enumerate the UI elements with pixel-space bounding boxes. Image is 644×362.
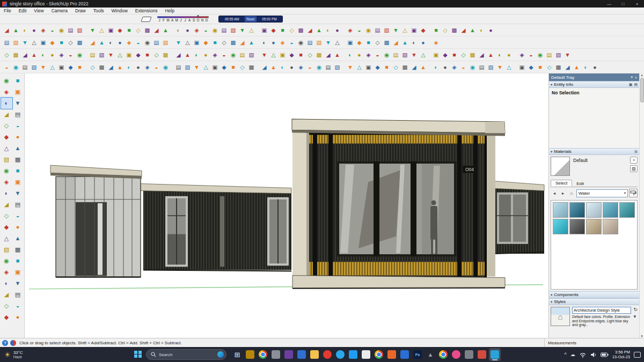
water-sparkle-swatch[interactable]	[586, 202, 602, 218]
tool-icon[interactable]: ◐	[174, 26, 183, 35]
tool-icon[interactable]: ◇	[305, 50, 314, 60]
tool-icon[interactable]: ◇	[1, 210, 12, 221]
tool-icon[interactable]: ▤	[174, 63, 183, 72]
tool-icon[interactable]: ▤	[238, 50, 247, 60]
tool-icon[interactable]: ▧	[183, 63, 192, 72]
sample-paint-button[interactable]: ▨	[630, 165, 638, 172]
tool-icon[interactable]: ◇	[219, 38, 229, 47]
tool-icon[interactable]: ◈	[431, 38, 441, 47]
tool-icon[interactable]: ▤	[391, 50, 400, 60]
tool-icon[interactable]: ◒	[287, 38, 296, 47]
building-main-block[interactable]: O04	[292, 119, 505, 289]
tool-icon[interactable]: ◢	[324, 50, 333, 60]
tool-icon[interactable]: ◆	[115, 26, 125, 35]
tool-icon[interactable]: ◒	[12, 210, 24, 221]
tool-icon[interactable]: ▩	[468, 50, 477, 60]
travertine-beige-swatch[interactable]	[603, 219, 618, 234]
chrome-taskbar-icon[interactable]	[373, 348, 385, 361]
water-deep-teal-swatch[interactable]	[569, 202, 585, 218]
tool-icon[interactable]: ▼	[12, 278, 24, 289]
entity-options-icon[interactable]: ▤	[634, 83, 638, 87]
tool-icon[interactable]: ▲	[314, 26, 324, 35]
chrome-taskbar-icon[interactable]	[257, 348, 269, 361]
tool-icon[interactable]: ◒	[305, 63, 314, 72]
tool-icon[interactable]: ◒	[459, 63, 468, 72]
styles-header[interactable]: ▾ Styles	[549, 298, 639, 305]
tool-icon[interactable]: ◇	[459, 50, 468, 60]
tool-icon[interactable]: ◐	[477, 26, 486, 35]
tool-icon[interactable]: ▤	[12, 289, 24, 300]
tool-icon[interactable]: ▲	[115, 63, 125, 72]
tool-icon[interactable]: ◒	[355, 26, 364, 35]
photoshop-taskbar-icon[interactable]: Ps	[412, 348, 423, 361]
menu-extensions[interactable]: Extensions	[131, 8, 162, 13]
tool-icon[interactable]: ■	[143, 50, 152, 60]
app-white-taskbar-icon[interactable]	[360, 348, 372, 361]
tool-icon[interactable]: ◢	[238, 38, 247, 47]
tool-icon[interactable]: ◆	[48, 38, 57, 47]
taskbar-clock[interactable]: 3:56 PM 13-Oct-23	[612, 350, 630, 359]
tool-icon[interactable]: ▼	[409, 50, 419, 60]
tool-icon[interactable]: ◈	[39, 26, 48, 35]
tool-icon[interactable]: ◒	[12, 300, 24, 312]
tool-icon[interactable]: ◢	[88, 38, 97, 47]
measurements-value[interactable]	[579, 339, 642, 346]
tool-icon[interactable]: ◈	[1, 267, 12, 278]
model-canvas-svg[interactable]: O04	[25, 73, 548, 338]
tool-icon[interactable]: ◢	[477, 50, 486, 60]
tool-icon[interactable]: ◉	[161, 63, 170, 72]
tool-icon[interactable]: ▣	[39, 38, 48, 47]
tool-icon[interactable]: ●	[486, 26, 495, 35]
tool-icon[interactable]: ▩	[400, 63, 409, 72]
minimize-button[interactable]: —	[602, 0, 616, 8]
tool-icon[interactable]: ▧	[247, 50, 256, 60]
tool-icon[interactable]: ◈	[364, 50, 373, 60]
tool-icon[interactable]: ▣	[210, 63, 219, 72]
tool-icon[interactable]: ▤	[12, 109, 24, 120]
tool-icon[interactable]: ▼	[260, 50, 269, 60]
tool-icon[interactable]: ▣	[125, 50, 134, 60]
water-light-ripple-swatch[interactable]	[553, 202, 568, 218]
tool-icon[interactable]: ◒	[526, 50, 536, 60]
tool-icon[interactable]: ◢	[20, 50, 30, 60]
tool-icon[interactable]: ●	[30, 26, 39, 35]
tool-icon[interactable]: ▼	[12, 98, 24, 109]
sand-tan-swatch[interactable]	[586, 219, 602, 234]
tool-icon[interactable]: ▧	[11, 38, 20, 47]
components-header[interactable]: ▾ Components	[549, 291, 639, 298]
tray-pin-icon[interactable]: ▾	[631, 75, 633, 79]
tool-icon[interactable]: ▧	[161, 38, 170, 47]
tool-icon[interactable]: ◆	[355, 38, 364, 47]
materials-pane-icon[interactable]: ⊞	[634, 150, 638, 154]
tool-icon[interactable]: ◈	[143, 63, 152, 72]
tool-icon[interactable]: ◈	[125, 38, 134, 47]
tool-icon[interactable]: ◐	[431, 63, 441, 72]
tool-icon[interactable]: ◈	[192, 26, 201, 35]
tool-icon[interactable]: ■	[296, 50, 305, 60]
tool-icon[interactable]: ◉	[75, 50, 84, 60]
tool-icon[interactable]: ◐	[581, 63, 590, 72]
tool-icon[interactable]: ▣	[431, 50, 441, 60]
tool-icon[interactable]: ◐	[192, 50, 201, 60]
eraser-icon[interactable]	[141, 17, 151, 22]
scroll-thumb[interactable]	[640, 78, 644, 102]
forward-arrow-icon[interactable]: ▸	[559, 189, 567, 197]
taskbar-search[interactable]: Search	[146, 349, 226, 360]
tool-icon[interactable]: ▤	[545, 50, 554, 60]
app-blue-2-taskbar-icon[interactable]	[399, 348, 411, 361]
tray-scrollbar[interactable]: ▲ ▼	[639, 73, 644, 338]
file-explorer-taskbar-icon[interactable]	[309, 348, 320, 361]
tool-icon[interactable]: ◆	[373, 63, 382, 72]
close-button[interactable]: ×	[630, 0, 644, 8]
tool-icon[interactable]: ▣	[192, 38, 201, 47]
tool-icon[interactable]: △	[1, 143, 12, 154]
tool-icon[interactable]: ◐	[260, 38, 269, 47]
tool-icon[interactable]: ▤	[373, 26, 382, 35]
tool-icon[interactable]: ▩	[450, 26, 459, 35]
building-mid-wing[interactable]	[141, 184, 291, 271]
app-gold-taskbar-icon[interactable]	[244, 348, 256, 361]
tool-icon[interactable]: ■	[57, 38, 66, 47]
tool-icon[interactable]: ◆	[1, 312, 12, 323]
geolocation-icon[interactable]	[10, 340, 16, 346]
battery-icon[interactable]	[601, 352, 609, 357]
